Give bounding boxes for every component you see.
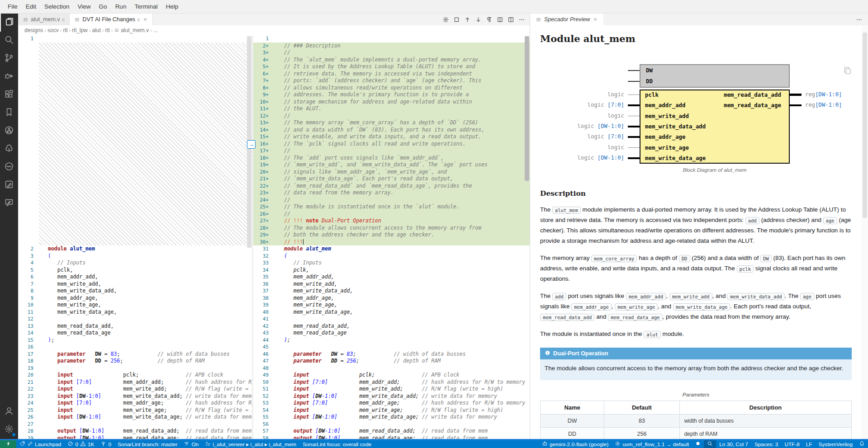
line-number: 7+ (253, 77, 274, 85)
menu-item-run[interactable]: Run (111, 1, 131, 12)
breadcrumb-item--[interactable]: ... (153, 27, 158, 33)
problems-button[interactable]: 01K (64, 440, 97, 448)
right-scrollbar[interactable] (524, 35, 530, 439)
activity-tree-button[interactable] (0, 140, 18, 158)
code-text: input mem_write_age; // R/W flag (write … (274, 407, 530, 414)
copy-icon[interactable] (843, 66, 852, 76)
code-text: // (274, 113, 530, 120)
arrow-up-icon[interactable] (463, 15, 472, 24)
output-wire-stub (790, 104, 802, 107)
diff-revert-arrow-button[interactable]: → (247, 140, 256, 149)
encoding[interactable]: UTF-8 (781, 440, 802, 448)
sonarlint-branch[interactable]: SonarLint branch: master (114, 440, 180, 448)
breadcrumb-item-rtl[interactable]: rtl (105, 27, 109, 33)
breadcrumb-item-rtl-lpw[interactable]: rtl_lpw (72, 27, 88, 33)
code-text: parameter DD = 256; // depth of RAM (39, 358, 252, 365)
breadcrumb-item-socv[interactable]: socv (47, 27, 59, 33)
activity-account-button[interactable] (0, 403, 18, 421)
activity-bookmark-button[interactable] (0, 104, 18, 122)
activity-comment-edit-button[interactable] (0, 194, 18, 212)
breadcrumb-item-alut-mem-v[interactable]: alut_mem.v (114, 27, 149, 33)
line-number: 39 (253, 302, 274, 309)
pilcrow-icon[interactable] (484, 15, 493, 24)
ports-button[interactable]: 0 (97, 440, 114, 448)
eol[interactable]: LF (803, 440, 816, 448)
gear-icon[interactable] (441, 15, 450, 24)
toggle-dot[interactable] (692, 440, 704, 448)
description-heading: Description (540, 189, 852, 198)
activity-verification-button[interactable] (0, 122, 18, 140)
menu-item-file[interactable]: File (4, 1, 22, 12)
activity-chat-button[interactable] (0, 158, 18, 176)
diff-original-pane[interactable]: 12module alut_mem3(4 // Inputs5 pclk,6 m… (18, 35, 252, 439)
activity-search-button[interactable] (0, 32, 18, 50)
tab-specador-preview[interactable]: Specador Preview (530, 14, 603, 25)
activity-note-edit-button[interactable] (0, 176, 18, 194)
status-label: On (191, 441, 199, 448)
close-icon[interactable] (593, 17, 598, 22)
sonarlint-focus[interactable]: SonarLint focus: overall code (299, 440, 375, 448)
more-actions-icon[interactable] (856, 14, 868, 25)
breadcrumb-item-designs[interactable]: designs (24, 27, 43, 33)
activity-settings-gear-button[interactable] (0, 421, 18, 439)
activity-source-control-button[interactable] (0, 50, 18, 68)
diagram-input-port: mem_addr_age (645, 133, 686, 140)
menu-item-edit[interactable]: Edit (22, 1, 40, 12)
activity-run-debug-button[interactable] (0, 68, 18, 86)
breadcrumb-label: socv (47, 27, 59, 33)
diagram-input-port: pclk (645, 91, 659, 98)
notifications-bell[interactable] (856, 440, 868, 448)
cursor-position[interactable]: Ln 30, Col 7 (716, 440, 751, 448)
tab-dvt-ai-file-changes[interactable]: DVT AI File Changesc (70, 14, 152, 25)
preview-scrollbar-thumb[interactable] (863, 33, 867, 218)
code-line: 2module alut_mem (18, 245, 252, 253)
menu-item-help[interactable]: Help (161, 1, 182, 12)
preview-scrollbar[interactable] (862, 25, 868, 439)
instance-path[interactable]: i_alut_veneer ▸ i_alut ▸ i_alut_mem (202, 440, 299, 448)
code-line: 12+// (253, 113, 530, 120)
verification-icon (4, 125, 14, 137)
book-icon[interactable] (495, 15, 504, 24)
code-line: 7+// ports: `add` (address checker) and … (253, 77, 530, 85)
table-row: DD256depth of RAM (541, 427, 852, 439)
more-icon[interactable] (517, 15, 526, 24)
tab-alut-mem-v[interactable]: alut_mem.vc (18, 14, 70, 25)
diagram-parameter-box: DWDD (640, 64, 790, 88)
square-icon[interactable] (452, 15, 461, 24)
activity-files-button[interactable] (0, 14, 18, 32)
split-editor-icon[interactable] (506, 15, 515, 24)
line-number: 55 (253, 414, 274, 421)
code-text: // (274, 49, 530, 57)
menu-item-terminal[interactable]: Terminal (130, 1, 161, 12)
line-number: 24 (18, 400, 39, 407)
arrow-down-icon[interactable] (474, 15, 483, 24)
diff-alignment-gap (18, 42, 252, 246)
breadcrumb-item-alut[interactable]: alut (92, 27, 100, 33)
code-line: 8+// allows simultaneous read/write oper… (253, 85, 530, 92)
indentation[interactable]: Spaces: 3 (751, 440, 781, 448)
breadcrumb-item-rtl[interactable]: rtl (63, 27, 67, 33)
close-icon[interactable] (142, 17, 148, 22)
line-number: 49 (253, 372, 274, 379)
left-scrollbar[interactable] (247, 35, 252, 439)
code-text: // data read from the memory array. (274, 189, 530, 197)
diff-modified-pane[interactable]: 12+// ### Description3+//4+// The `alut_… (253, 35, 530, 439)
menu-item-view[interactable]: View (74, 1, 95, 12)
search-button[interactable] (704, 440, 716, 448)
filter-toggle[interactable]: On (180, 440, 202, 448)
diagram-output-port: mem_read_data_add (724, 91, 781, 98)
remote-indicator[interactable] (0, 440, 16, 448)
code-text (39, 365, 252, 372)
menu-item-go[interactable]: Go (95, 1, 111, 12)
code-line: 57 output [DW-1:0] mem_read_data_add; //… (253, 428, 530, 435)
menu-item-selection[interactable]: Selection (40, 1, 74, 12)
flow-button[interactable]: uvm_ref_flow_1.1 → default (612, 440, 692, 448)
code-line: 1 (253, 35, 530, 42)
code-text: // The module is instantiated once in th… (274, 203, 530, 211)
launchpad-button[interactable]: Launchpad (16, 440, 64, 448)
status-count: 1K (88, 441, 94, 448)
language-mode[interactable]: SystemVerilog (816, 440, 856, 448)
activity-extensions-button[interactable] (0, 86, 18, 104)
ai-model-button[interactable]: gemini-2.0-flash (google) (539, 440, 612, 448)
right-scrollbar-thumb[interactable] (525, 36, 529, 181)
